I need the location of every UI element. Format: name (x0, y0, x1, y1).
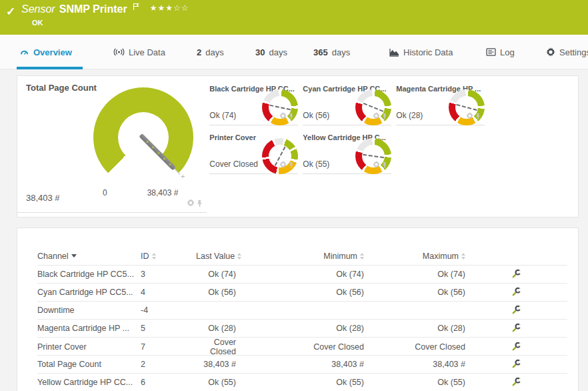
tab-days[interactable]: 2 days (195, 35, 225, 69)
column-header-last-value[interactable]: Last Value (196, 252, 241, 261)
mini-gauge-value: Ok (55) (303, 159, 329, 169)
tab-log[interactable]: Log (485, 35, 516, 69)
channel-settings-wrench-icon[interactable] (512, 359, 521, 368)
channel-last-value: Cover Closed (196, 338, 249, 356)
gear-icon (546, 47, 555, 57)
live-icon (113, 48, 125, 56)
channel-id: 3 (141, 270, 196, 279)
primary-gauge-title: Total Page Count (26, 83, 97, 93)
channel-maximum: Cover Closed (364, 342, 465, 352)
channel-row: Magenta Cartridge HP ... 5 Ok (28) Ok (2… (37, 319, 567, 337)
gauge-settings-gear-icon[interactable] (373, 110, 380, 122)
channel-row: Yellow Cartridge HP CC... 6 Ok (55) Ok (… (37, 373, 567, 391)
priority-rating-stars[interactable]: ★★★☆☆ (150, 3, 189, 13)
gauge-settings-gear-icon[interactable] (373, 159, 380, 171)
channel-settings-wrench-icon[interactable] (512, 377, 521, 386)
sort-icon (461, 253, 465, 260)
channel-row: Total Page Count 2 38,403 # 38,403 # 38,… (37, 355, 567, 373)
channel-id: 7 (141, 342, 196, 352)
gauge-settings-gear-icon[interactable] (187, 198, 195, 210)
tab-label: Settings (559, 47, 588, 57)
gauge-pin-icon[interactable] (382, 159, 387, 171)
sensor-header: ✓ Sensor SNMP Printer ★★★☆☆ OK (0, 0, 588, 35)
tab-live-data[interactable]: Live Data (112, 35, 167, 69)
mini-gauge-tile: Cyan Cartridge HP CC... Ok (56) (303, 83, 391, 125)
channel-name-link[interactable]: Cyan Cartridge HP CC5... (37, 288, 141, 297)
sort-icon (237, 253, 241, 260)
channel-name-link[interactable]: Printer Cover (37, 342, 141, 352)
gauge-pin-icon[interactable] (289, 110, 294, 122)
mini-gauge-tile: Magenta Cartridge HP ... Ok (28) (396, 83, 485, 125)
channel-settings-wrench-icon[interactable] (512, 305, 521, 314)
channel-minimum: Ok (56) (249, 288, 364, 297)
mini-gauge-value: Ok (74) (209, 111, 236, 120)
channel-name-link[interactable]: Yellow Cartridge HP CC... (37, 378, 141, 387)
tab-historic-data[interactable]: Historic Data (388, 35, 454, 69)
gauge-pin-icon[interactable] (382, 110, 387, 122)
channel-last-value: Ok (28) (196, 324, 249, 333)
channel-minimum: Ok (74) (249, 270, 364, 279)
tab-overview[interactable]: Overview (18, 35, 73, 69)
channels-panel: Channel ID Last Value Minimum Maximum Bl… (17, 228, 579, 391)
channel-settings-wrench-icon[interactable] (512, 323, 521, 332)
column-header-id[interactable]: ID (141, 252, 156, 261)
channels-table: Channel ID Last Value Minimum Maximum Bl… (37, 247, 567, 391)
tab-days[interactable]: 30 days (254, 35, 289, 69)
tab-settings[interactable]: Settings (545, 35, 588, 69)
primary-gauge-value: 38,403 # (26, 193, 60, 203)
mini-gauge-value: Ok (56) (303, 111, 329, 120)
channel-settings-wrench-icon[interactable] (512, 287, 521, 296)
gauge-settings-gear-icon[interactable] (466, 110, 473, 122)
object-kind-label: Sensor (21, 3, 55, 15)
channel-settings-wrench-icon[interactable] (512, 269, 521, 278)
channel-id: 5 (141, 324, 196, 333)
channel-maximum: Ok (74) (364, 270, 465, 279)
sort-icon (152, 253, 156, 260)
channel-id: 6 (141, 378, 196, 387)
channel-id: 2 (141, 360, 196, 369)
mini-gauge-value: Cover Closed (209, 159, 258, 169)
channel-last-value: Ok (55) (196, 378, 249, 387)
sort-desc-icon (71, 254, 77, 258)
gauge-settings-gear-icon[interactable] (279, 159, 287, 171)
column-header-maximum[interactable]: Maximum (364, 252, 465, 261)
gauge-pin-icon[interactable] (475, 110, 481, 122)
channel-name-link[interactable]: Black Cartridge HP CC5... (37, 270, 141, 279)
channel-maximum: 38,403 # (364, 360, 465, 369)
channel-minimum: Ok (55) (249, 378, 364, 387)
tab-label: Log (500, 47, 515, 57)
mini-gauge-tile: Printer Cover Cover Closed (209, 131, 298, 174)
tab-range-number: 30 (255, 47, 265, 57)
gauge-pin-icon[interactable] (289, 159, 294, 171)
channel-id: 4 (141, 288, 196, 297)
channel-name-link[interactable]: Downtime (37, 306, 141, 315)
flag-icon[interactable] (133, 1, 139, 13)
tab-label: Historic Data (403, 47, 453, 57)
channel-settings-wrench-icon[interactable] (512, 342, 521, 351)
channel-maximum: Ok (56) (364, 288, 465, 297)
channel-row: Downtime -4 (37, 301, 567, 319)
tab-label: Overview (33, 47, 72, 57)
overview-content: Total Page Count × 0 38,403 # 38,403 # B… (0, 69, 588, 391)
tab-bar: Overview Live Data 2 days 30 days 365 da… (0, 35, 588, 69)
gauge-max-label: 38,403 # (139, 188, 187, 198)
log-icon (486, 48, 496, 56)
mini-gauge-needle (363, 154, 384, 158)
gauge-icon (19, 47, 29, 57)
tab-label: days (332, 47, 350, 57)
tab-label: Live Data (129, 47, 165, 57)
status-ok-check-icon: ✓ (6, 5, 15, 19)
gauge-settings-gear-icon[interactable] (279, 110, 287, 122)
channel-minimum: Ok (28) (249, 324, 364, 333)
gauge-min-label: 0 (103, 188, 107, 198)
column-header-minimum[interactable]: Minimum (249, 252, 364, 261)
column-header-channel[interactable]: Channel (37, 252, 77, 261)
channel-name-link[interactable]: Magenta Cartridge HP ... (37, 324, 141, 333)
channel-last-value: Ok (74) (196, 270, 249, 279)
channel-maximum: Ok (28) (364, 324, 465, 333)
channel-name-link[interactable]: Total Page Count (37, 360, 141, 369)
gauge-pin-icon[interactable] (197, 198, 203, 210)
channel-minimum: Cover Closed (249, 342, 364, 352)
channel-row: Black Cartridge HP CC5... 3 Ok (74) Ok (… (37, 265, 567, 283)
tab-days[interactable]: 365 days (312, 35, 351, 69)
